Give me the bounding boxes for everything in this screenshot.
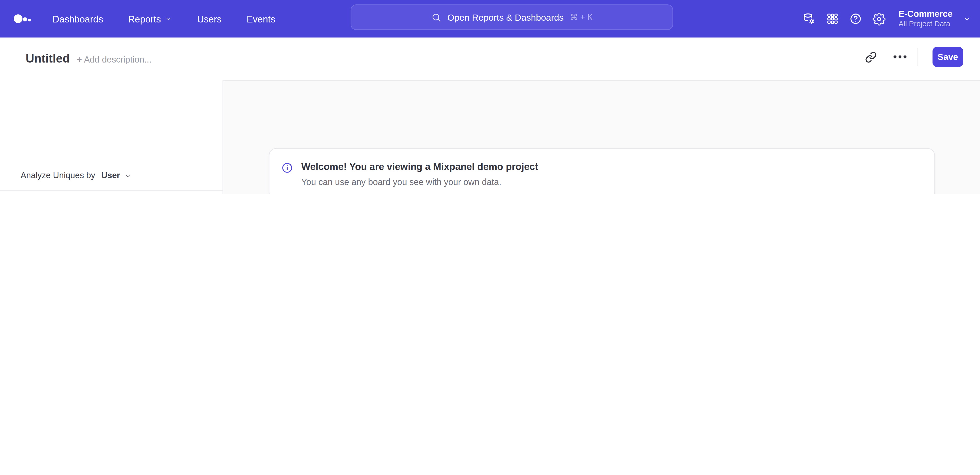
info-icon: [281, 162, 293, 174]
report-type-tabs: [0, 191, 243, 194]
search-placeholder: Open Reports & Dashboards: [447, 12, 564, 22]
project-scope: All Project Data: [899, 20, 953, 29]
app-window: Dashboards Reports Users Events Open Rep…: [0, 0, 980, 194]
apps-grid-icon[interactable]: [826, 13, 838, 25]
help-icon[interactable]: [849, 13, 862, 25]
settings-gear-icon[interactable]: [872, 12, 885, 25]
copy-link-icon[interactable]: [865, 51, 877, 63]
nav-item-events[interactable]: Events: [247, 14, 275, 24]
chevron-down-icon: [165, 15, 172, 22]
analyze-value-dropdown[interactable]: User: [101, 171, 120, 180]
nav-right-cluster: E-Commerce All Project Data: [802, 0, 971, 38]
query-sidebar: Analyze Uniques by User Profiles: [0, 80, 223, 194]
banner-subtitle: You can use any board you see with your …: [301, 177, 501, 187]
project-switcher[interactable]: E-Commerce All Project Data: [899, 9, 953, 29]
mixpanel-logo-icon[interactable]: [13, 13, 32, 24]
global-search-input[interactable]: Open Reports & Dashboards ⌘ + K: [351, 4, 673, 30]
search-shortcut: ⌘ + K: [570, 13, 593, 22]
analyze-uniques-row: Analyze Uniques by User: [21, 171, 131, 180]
nav-item-users[interactable]: Users: [197, 14, 221, 24]
search-icon: [431, 12, 441, 22]
add-description-field[interactable]: + Add description...: [77, 54, 151, 64]
data-management-icon[interactable]: [802, 12, 815, 25]
chevron-down-icon: [124, 172, 131, 179]
chevron-down-icon: [963, 15, 971, 23]
project-name: E-Commerce: [899, 9, 953, 20]
more-menu-icon[interactable]: [892, 55, 907, 59]
nav-links: Dashboards Reports Users Events: [52, 0, 275, 38]
nav-item-dashboards[interactable]: Dashboards: [52, 14, 103, 24]
save-button[interactable]: Save: [932, 47, 963, 67]
banner-title: Welcome! You are viewing a Mixpanel demo…: [301, 161, 538, 172]
welcome-banner: Welcome! You are viewing a Mixpanel demo…: [269, 148, 935, 194]
nav-item-reports[interactable]: Reports: [128, 14, 172, 24]
top-nav: Dashboards Reports Users Events Open Rep…: [0, 0, 980, 38]
analyze-label: Analyze Uniques by: [21, 171, 95, 180]
header-divider: [917, 48, 918, 66]
report-title[interactable]: Untitled: [25, 52, 70, 65]
